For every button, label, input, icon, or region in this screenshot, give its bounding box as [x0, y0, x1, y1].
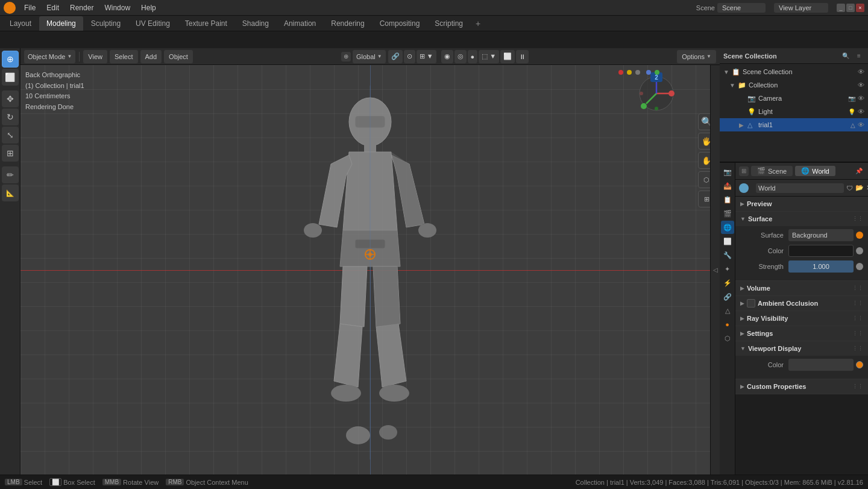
- tool-annotate[interactable]: ✏: [2, 166, 19, 183]
- prop-modifier-icon[interactable]: 🔧: [721, 248, 734, 262]
- outliner-scene-collection[interactable]: ▼ 📋 Scene Collection 👁: [720, 65, 868, 78]
- prop-pin-btn[interactable]: 📌: [854, 166, 864, 177]
- outliner-trial1[interactable]: ▶ △ trial1 △ 👁: [720, 118, 868, 131]
- object-menu[interactable]: Object: [164, 50, 193, 63]
- vp-color-swatch[interactable]: [788, 359, 854, 371]
- vp-display-menu-dots[interactable]: ⋮⋮: [852, 345, 863, 352]
- visibility-icon[interactable]: 👁: [858, 68, 864, 75]
- shading-solid[interactable]: ◉: [441, 50, 453, 63]
- pause-btn[interactable]: ⏸: [516, 50, 529, 63]
- surface-menu-dots[interactable]: ⋮⋮: [852, 216, 863, 222]
- prop-material-icon[interactable]: ●: [721, 318, 734, 331]
- prop-object-icon[interactable]: ⬜: [721, 235, 734, 248]
- snap-options[interactable]: ⊞ ▼: [417, 50, 436, 63]
- light-visibility-icon[interactable]: 👁: [858, 108, 864, 115]
- prop-data-icon[interactable]: △: [721, 304, 734, 317]
- shading-material[interactable]: ◎: [454, 50, 467, 63]
- prop-world-icon[interactable]: 🌐: [721, 221, 734, 234]
- add-workspace-button[interactable]: +: [471, 17, 485, 30]
- tab-layout[interactable]: Layout: [2, 16, 39, 31]
- tool-select-box[interactable]: ⬜: [2, 69, 19, 86]
- surface-type-field[interactable]: Background: [788, 229, 854, 241]
- options-dropdown[interactable]: Options ▼: [677, 50, 716, 63]
- select-menu[interactable]: Select: [110, 50, 138, 63]
- scene-tab[interactable]: 🎬 Scene: [751, 166, 793, 176]
- tool-transform[interactable]: ⊞: [2, 145, 19, 162]
- world-fake-user-btn[interactable]: 🛡: [846, 183, 853, 194]
- overlay-dropdown[interactable]: ⬚ ▼: [479, 50, 499, 63]
- tool-scale[interactable]: ⤡: [2, 127, 19, 144]
- surface-socket[interactable]: [856, 232, 863, 239]
- shading-rendered[interactable]: ●: [468, 50, 478, 63]
- outliner-menu-btn[interactable]: ≡: [854, 51, 864, 62]
- world-tab[interactable]: 🌐 World: [795, 166, 835, 176]
- viewport-right-toggle[interactable]: ◁: [710, 65, 720, 475]
- window-close[interactable]: ×: [856, 4, 864, 12]
- window-minimize[interactable]: _: [837, 4, 845, 12]
- strength-field[interactable]: 1.000: [788, 260, 854, 273]
- tab-rendering[interactable]: Rendering: [324, 16, 371, 31]
- view-menu[interactable]: View: [83, 50, 107, 63]
- panel-toggle[interactable]: ◁: [712, 267, 719, 273]
- volume-section-header[interactable]: ▶ Volume ⋮⋮: [735, 281, 868, 295]
- window-maximize[interactable]: □: [846, 4, 855, 12]
- viewport-display-header[interactable]: ▼ Viewport Display ⋮⋮: [735, 341, 868, 356]
- prop-constraints-icon[interactable]: 🔗: [721, 290, 734, 303]
- tool-move[interactable]: ✥: [2, 90, 19, 107]
- prop-particles-icon[interactable]: ✦: [721, 262, 734, 276]
- tab-shading[interactable]: Shading: [235, 16, 276, 31]
- prop-viewlayer-icon[interactable]: 📋: [721, 193, 734, 206]
- prop-scene-icon[interactable]: 🎬: [721, 207, 734, 220]
- prop-output-icon[interactable]: 📤: [721, 179, 734, 192]
- tab-modeling[interactable]: Modeling: [39, 16, 83, 31]
- object-mode-dropdown[interactable]: Object Mode ▼: [24, 50, 75, 63]
- menu-edit[interactable]: Edit: [42, 2, 64, 13]
- ao-checkbox[interactable]: [747, 299, 755, 308]
- ao-menu-dots[interactable]: ⋮⋮: [852, 300, 863, 306]
- viewport-gizmo[interactable]: 2: [635, 72, 678, 115]
- ray-visibility-header[interactable]: ▶ Ray Visibility ⋮⋮: [735, 311, 868, 326]
- add-menu[interactable]: Add: [140, 50, 162, 63]
- prop-texture-icon[interactable]: ⬡: [721, 332, 734, 345]
- menu-window[interactable]: Window: [99, 2, 135, 13]
- tab-uv-editing[interactable]: UV Editing: [128, 16, 177, 31]
- surface-section-header[interactable]: ▼ Surface ⋮⋮: [735, 212, 868, 226]
- vp-color-dot[interactable]: [856, 361, 863, 368]
- volume-menu-dots[interactable]: ⋮⋮: [852, 285, 863, 291]
- strength-socket[interactable]: [856, 263, 863, 270]
- tab-scripting[interactable]: Scripting: [427, 16, 470, 31]
- color-socket[interactable]: [856, 247, 863, 254]
- menu-render[interactable]: Render: [65, 2, 98, 13]
- color-swatch[interactable]: [788, 245, 854, 257]
- outliner-collection[interactable]: ▼ 📁 Collection 👁: [720, 78, 868, 92]
- view-layer-field[interactable]: View Layer: [774, 3, 828, 13]
- tab-animation[interactable]: Animation: [277, 16, 323, 31]
- outliner-camera[interactable]: ▶ 📷 Camera 📷 👁: [720, 92, 868, 105]
- snap-toggle[interactable]: 🔗: [388, 50, 403, 63]
- prop-render-icon[interactable]: 📷: [721, 165, 734, 178]
- collection-visibility-icon[interactable]: 👁: [858, 81, 864, 89]
- tool-rotate[interactable]: ↻: [2, 109, 19, 125]
- prop-physics-icon[interactable]: ⚡: [721, 276, 734, 289]
- settings-section-header[interactable]: ▶ Settings ⋮⋮: [735, 326, 868, 341]
- menu-help[interactable]: Help: [136, 2, 161, 13]
- tool-measure[interactable]: 📐: [2, 185, 19, 201]
- trial1-visibility-icon[interactable]: 👁: [858, 121, 864, 128]
- transform-pivot-icon[interactable]: ⊕: [341, 52, 351, 62]
- prop-expand-icon[interactable]: ⊞: [739, 166, 749, 176]
- ao-section-header[interactable]: ▶ Ambient Occlusion ⋮⋮: [735, 296, 868, 311]
- custom-properties-header[interactable]: ▶ Custom Properties ⋮⋮: [735, 379, 868, 394]
- tab-sculpting[interactable]: Sculpting: [84, 16, 128, 31]
- proportional-edit[interactable]: ⊙: [404, 50, 415, 63]
- tab-texture-paint[interactable]: Texture Paint: [178, 16, 234, 31]
- custom-props-menu-dots[interactable]: ⋮⋮: [852, 383, 863, 390]
- tool-cursor[interactable]: ⊕: [2, 51, 19, 68]
- world-name-input[interactable]: [756, 183, 844, 193]
- preview-section-header[interactable]: ▶ Preview: [735, 197, 868, 211]
- world-browse-btn[interactable]: 📂: [855, 183, 864, 194]
- transform-global-dropdown[interactable]: Global ▼: [353, 50, 386, 63]
- menu-file[interactable]: File: [19, 2, 40, 13]
- tab-compositing[interactable]: Compositing: [373, 16, 427, 31]
- settings-menu-dots[interactable]: ⋮⋮: [852, 330, 863, 336]
- outliner-light[interactable]: ▶ 💡 Light 💡 👁: [720, 105, 868, 118]
